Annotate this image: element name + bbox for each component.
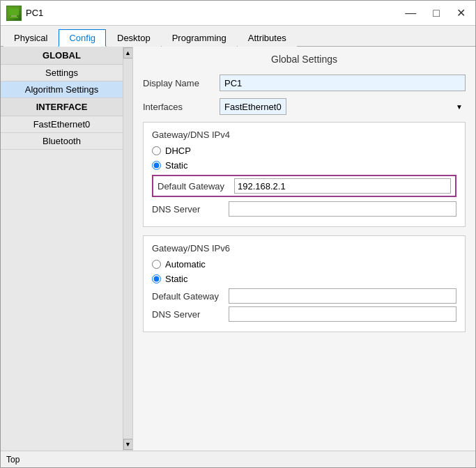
tab-programming[interactable]: Programming [162,29,237,47]
maximize-button[interactable]: □ [429,6,444,20]
scroll-down-button[interactable]: ▼ [123,439,133,450]
sidebar-scrollbar: ▲ ▼ [123,47,132,451]
default-gateway-ipv4-input[interactable] [234,178,451,194]
display-name-label: Display Name [143,78,220,88]
right-panel: Global Settings Display Name Interfaces … [133,47,475,451]
dns-server-ipv6-row: DNS Server [152,306,456,322]
ipv4-section-title: Gateway/DNS IPv4 [152,130,456,140]
select-arrow-icon: ▼ [456,103,463,111]
display-name-input[interactable] [220,75,466,91]
interfaces-select-wrapper: FastEthernet0 Bluetooth ▼ [220,98,466,115]
bottom-bar: Top [1,451,475,467]
interfaces-row: Interfaces FastEthernet0 Bluetooth ▼ [143,98,466,115]
default-gateway-ipv6-input[interactable] [229,288,456,304]
ipv6-static-row: Static [152,274,456,284]
ipv6-automatic-row: Automatic [152,259,456,270]
tab-bar: Physical Config Desktop Programming Attr… [1,26,475,47]
window-title: PC1 [26,8,401,18]
sidebar-interface-header: INTERFACE [1,98,123,116]
default-gateway-ipv4-row: Default Gateway [152,175,456,197]
ipv4-section: Gateway/DNS IPv4 DHCP Static Default Gat… [143,122,466,227]
tab-desktop[interactable]: Desktop [107,29,161,47]
ipv6-section-title: Gateway/DNS IPv6 [152,243,456,254]
svg-rect-2 [10,17,18,18]
sidebar-item-bluetooth[interactable]: Bluetooth [1,133,123,150]
sidebar-item-settings[interactable]: Settings [1,65,123,81]
ipv4-dhcp-label[interactable]: DHCP [165,146,191,156]
window-controls: — □ ✕ [401,6,470,20]
app-icon [6,6,22,21]
tab-physical[interactable]: Physical [3,29,58,47]
dns-server-ipv4-input[interactable] [229,201,456,217]
ipv6-static-radio[interactable] [152,274,161,283]
sidebar-item-algorithm-settings[interactable]: Algorithm Settings [1,81,123,98]
ipv4-static-row: Static [152,160,456,171]
ipv6-static-label[interactable]: Static [165,274,188,284]
ipv6-section: Gateway/DNS IPv6 Automatic Static Defaul… [143,235,466,332]
sidebar: GLOBAL Settings Algorithm Settings INTER… [1,47,133,451]
bottom-bar-label: Top [6,455,20,465]
close-button[interactable]: ✕ [452,6,470,20]
ipv4-dhcp-radio[interactable] [152,146,161,155]
main-content: GLOBAL Settings Algorithm Settings INTER… [1,47,475,451]
interfaces-select[interactable]: FastEthernet0 Bluetooth [220,98,286,115]
ipv4-static-radio[interactable] [152,161,161,170]
interfaces-label: Interfaces [143,102,220,112]
dns-server-ipv6-label: DNS Server [152,309,229,320]
default-gateway-ipv6-row: Default Gateway [152,288,456,304]
display-name-row: Display Name [143,75,466,91]
dns-server-ipv6-input[interactable] [229,306,456,322]
dns-server-ipv4-row: DNS Server [152,201,456,217]
ipv6-automatic-label[interactable]: Automatic [165,259,206,270]
ipv6-automatic-radio[interactable] [152,260,161,269]
dns-server-ipv4-label: DNS Server [152,204,229,214]
panel-title: Global Settings [143,54,466,65]
default-gateway-ipv4-label: Default Gateway [158,181,234,192]
main-window: PC1 — □ ✕ Physical Config Desktop Progra… [0,0,476,468]
ipv4-dhcp-row: DHCP [152,146,456,156]
sidebar-item-fastethernet[interactable]: FastEthernet0 [1,116,123,133]
sidebar-global-header: GLOBAL [1,47,123,65]
title-bar: PC1 — □ ✕ [1,1,475,26]
tab-config[interactable]: Config [59,29,106,47]
default-gateway-ipv6-label: Default Gateway [152,291,229,302]
minimize-button[interactable]: — [401,6,420,20]
tab-attributes[interactable]: Attributes [238,29,297,47]
ipv4-static-label[interactable]: Static [165,160,188,171]
scroll-up-button[interactable]: ▲ [123,47,133,58]
svg-rect-0 [9,8,19,15]
